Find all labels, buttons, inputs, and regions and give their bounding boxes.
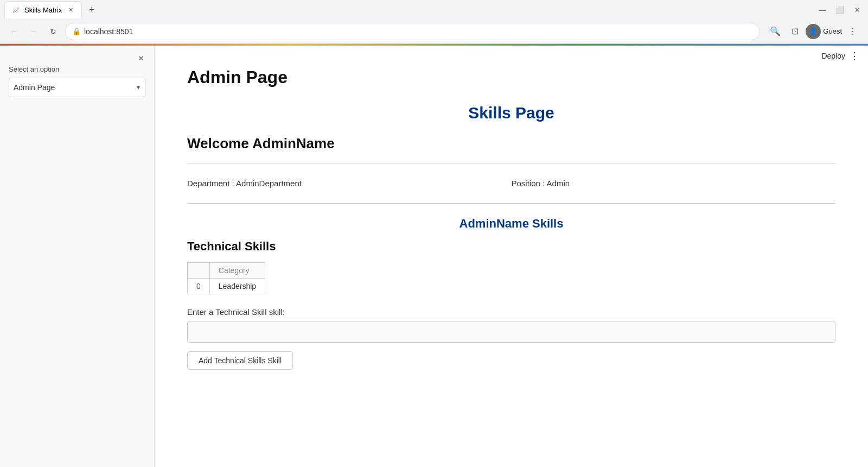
info-row: Department : AdminDepartment Position : … [187,172,835,194]
main-content: Deploy ⋮ Admin Page Skills Page Welcome … [155,46,868,467]
window-close-button[interactable]: ✕ [851,3,864,16]
sidebar: × Select an option Admin Page User Page … [0,46,155,467]
lock-icon: 🔒 [72,27,81,35]
url-text: localhost:8501 [84,27,133,36]
page-title: Admin Page [187,67,835,87]
technical-skill-input[interactable] [187,321,835,343]
divider-1 [187,163,835,163]
profile-label: Guest [823,27,842,35]
sidebar-select-label: Select an option [9,65,145,73]
app-container: × Select an option Admin Page User Page … [0,46,868,467]
back-icon: ← [10,27,18,36]
tab-bar: 📈 Skills Matrix ✕ + — ⬜ ✕ [0,0,868,20]
profile-button[interactable]: 👤 [806,24,821,39]
add-technical-skill-button[interactable]: Add Technical Skills Skill [187,351,293,370]
new-tab-button[interactable]: + [84,2,99,17]
skills-table-head: Category [188,263,265,279]
tab-close-button[interactable]: ✕ [66,6,75,15]
forward-button[interactable]: → [26,24,41,39]
divider-2 [187,203,835,204]
app-menu-button[interactable]: ⋮ [850,50,859,62]
department-label: Department : AdminDepartment [187,179,512,188]
address-bar-row: ← → ↻ 🔒 localhost:8501 🔍 ⊡ 👤 Guest ⋮ [0,20,868,43]
maximize-button[interactable]: ⬜ [833,3,846,16]
row-category-cell: Leadership [209,279,265,294]
skills-page-title: Skills Page [187,104,835,122]
input-label: Enter a Technical Skill skill: [187,307,835,317]
skills-table-body: 0 Leadership [188,279,265,294]
table-header-row: Category [188,263,265,279]
active-tab[interactable]: 📈 Skills Matrix ✕ [4,1,82,18]
deploy-button[interactable]: Deploy [821,52,845,60]
col-header-category: Category [209,263,265,279]
minimize-button[interactable]: — [816,3,829,16]
page-select[interactable]: Admin Page User Page Reports [9,78,145,97]
skills-table: Category 0 Leadership [187,262,265,294]
tab-favicon: 📈 [11,6,20,15]
sidebar-close-button[interactable]: × [135,52,148,65]
search-button[interactable]: 🔍 [767,23,784,40]
toolbar-actions: 🔍 ⊡ 👤 Guest ⋮ [767,23,861,40]
admin-skills-title: AdminName Skills [187,217,835,231]
col-header-num [188,263,210,279]
technical-skills-title: Technical Skills [187,239,835,254]
forward-icon: → [30,27,37,36]
row-num-cell: 0 [188,279,210,294]
back-button[interactable]: ← [7,24,22,39]
table-row: 0 Leadership [188,279,265,294]
window-controls: — ⬜ ✕ [816,3,864,16]
address-bar[interactable]: 🔒 localhost:8501 [65,23,760,40]
sidebar-toggle-button[interactable]: ⊡ [786,23,803,40]
deploy-bar: Deploy ⋮ [821,50,859,62]
reload-button[interactable]: ↻ [46,24,61,39]
reload-icon: ↻ [50,27,56,36]
profile-icon: 👤 [809,27,818,35]
browser-menu-button[interactable]: ⋮ [844,23,861,40]
browser-chrome: 📈 Skills Matrix ✕ + — ⬜ ✕ ← → ↻ 🔒 localh… [0,0,868,44]
position-label: Position : Admin [512,179,836,188]
welcome-text: Welcome AdminName [187,135,835,152]
tab-title: Skills Matrix [24,6,62,14]
select-wrapper: Admin Page User Page Reports ▾ [9,78,145,97]
